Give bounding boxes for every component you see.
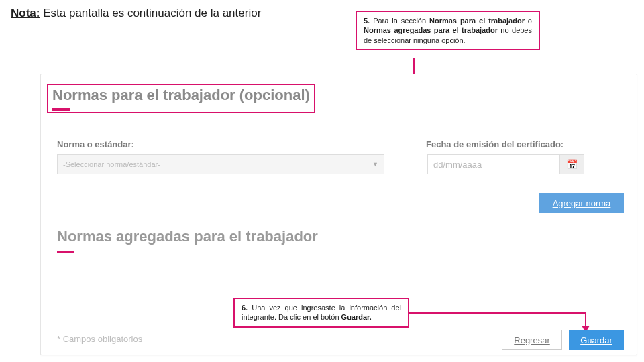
note-heading: Nota: Esta pantalla es continuación de l… [11, 7, 261, 20]
section-title-agregadas: Normas agregadas para el trabajador [57, 228, 318, 245]
norma-select[interactable]: -Seleccionar norma/estándar- ▼ [57, 154, 384, 174]
select-placeholder: -Seleccionar norma/estándar- [63, 160, 160, 168]
calendar-button[interactable]: 📅 [560, 154, 584, 174]
guardar-button[interactable]: Guardar [569, 330, 624, 350]
agregar-norma-button[interactable]: Agregar norma [539, 193, 624, 213]
regresar-button[interactable]: Regresar [502, 330, 562, 350]
field-inputs-row: -Seleccionar norma/estándar- ▼ dd/mm/aaa… [57, 154, 631, 174]
callout-step-5: 5. Para la sección Normas para el trabaj… [356, 11, 540, 50]
label-norma: Norma o estándar: [57, 139, 413, 149]
title-underline [52, 108, 70, 111]
date-field-wrap: dd/mm/aaaa 📅 [427, 154, 584, 174]
arrow-line [408, 312, 585, 314]
calendar-icon: 📅 [566, 159, 578, 170]
date-placeholder: dd/mm/aaaa [433, 160, 482, 170]
field-labels-row: Norma o estándar: Fecha de emisión del c… [57, 139, 631, 149]
fecha-input[interactable]: dd/mm/aaaa [427, 154, 560, 174]
arrow-line [585, 312, 586, 327]
chevron-down-icon: ▼ [372, 161, 378, 168]
section-title-highlight: Normas para el trabajador (opcional) [47, 84, 315, 113]
note-label: Nota: [11, 7, 40, 19]
required-note: * Campos obligatorios [57, 334, 142, 344]
note-text: Esta pantalla es continuación de la ante… [43, 7, 261, 19]
callout-step-6: 6. Una vez que ingresaste la información… [233, 298, 409, 328]
label-fecha: Fecha de emisión del certificado: [426, 139, 564, 149]
title-underline [57, 251, 74, 253]
section-title-normas: Normas para el trabajador (opcional) [52, 86, 310, 104]
footer-buttons: Regresar Guardar [502, 330, 624, 350]
